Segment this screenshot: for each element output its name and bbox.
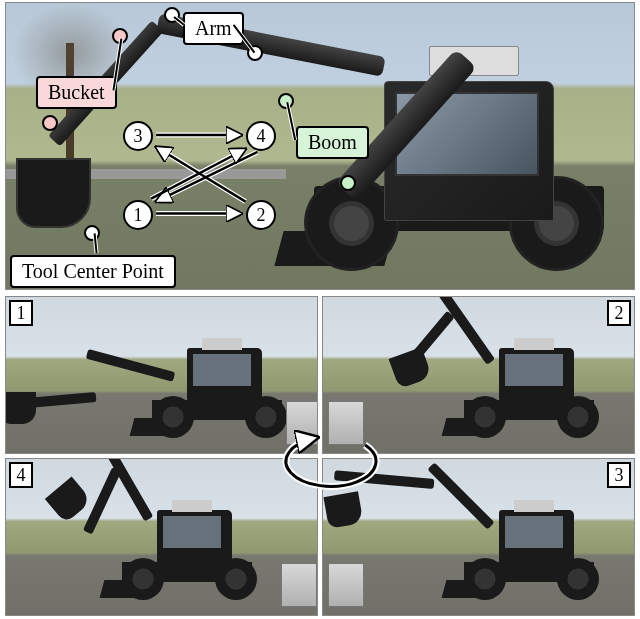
seq-index-3: 3 — [607, 462, 631, 488]
panel-annotated-excavator: Arm Boom Bucket Tool Center Point 1 2 3 … — [5, 2, 635, 290]
sequence-panel-3: 3 — [322, 458, 635, 616]
bucket-shape — [16, 158, 91, 228]
figure-root: Arm Boom Bucket Tool Center Point 1 2 3 … — [0, 0, 640, 619]
pattern-node-2: 2 — [246, 200, 276, 230]
joint-boom-1 — [278, 93, 294, 109]
joint-bucket-1 — [112, 28, 128, 44]
pattern-node-3: 3 — [123, 121, 153, 151]
seq-index-2: 2 — [607, 300, 631, 326]
joint-arm-1 — [164, 7, 180, 23]
label-boom: Boom — [296, 126, 369, 159]
mini-excavator-3 — [323, 459, 634, 615]
joint-arm-2 — [247, 45, 263, 61]
sequence-panel-4: 4 — [5, 458, 318, 616]
sequence-grid: 1 2 — [5, 296, 635, 616]
joint-bucket-2 — [42, 115, 58, 131]
sequence-panel-2: 2 — [322, 296, 635, 454]
mini-excavator-4 — [6, 459, 317, 615]
mini-excavator-2 — [323, 297, 634, 453]
sequence-panel-1: 1 — [5, 296, 318, 454]
pattern-node-4: 4 — [246, 121, 276, 151]
joint-tcp — [84, 225, 100, 241]
label-tcp: Tool Center Point — [10, 255, 176, 288]
joint-boom-2 — [340, 175, 356, 191]
label-arm: Arm — [183, 12, 244, 45]
seq-index-1: 1 — [9, 300, 33, 326]
pattern-node-1: 1 — [123, 200, 153, 230]
seq-index-4: 4 — [9, 462, 33, 488]
mini-excavator-1 — [6, 297, 317, 453]
label-bucket: Bucket — [36, 76, 117, 109]
